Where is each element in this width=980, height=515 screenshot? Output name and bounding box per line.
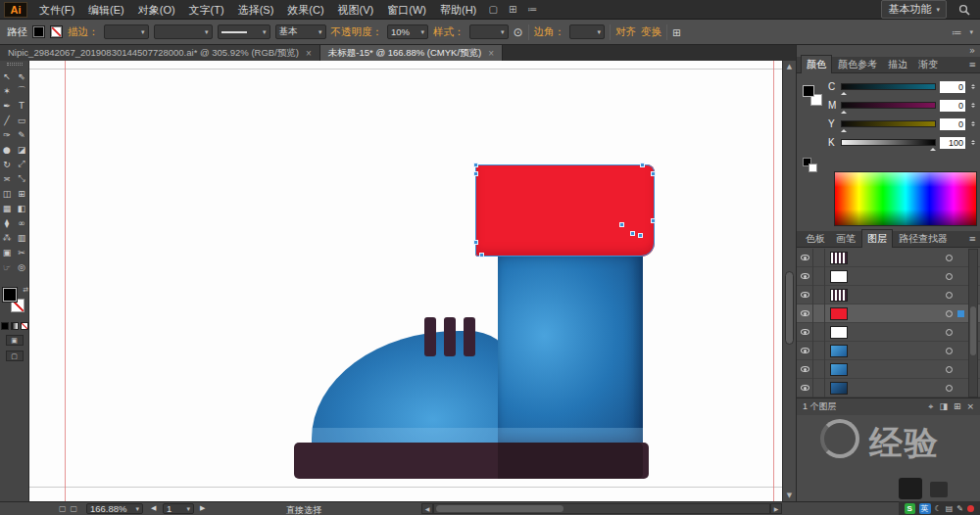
layer-thumbnail[interactable] [830, 270, 848, 283]
screen-mode-button[interactable]: ▢ [6, 351, 24, 361]
appearance-combo[interactable]: 基本▾ [275, 24, 326, 39]
channel-spinner[interactable] [969, 137, 976, 149]
artboard-tool[interactable]: ▣ [0, 245, 15, 259]
layer-target-circle[interactable] [946, 329, 953, 336]
menu-item[interactable]: 效果(C) [280, 0, 330, 20]
make-clipping-mask-icon[interactable]: ◨ [939, 401, 948, 412]
layer-row[interactable] [797, 379, 980, 398]
align-link[interactable]: 对齐 [615, 25, 636, 39]
eyedropper-tool[interactable]: ⧫ [0, 215, 15, 230]
anchor-point[interactable] [619, 222, 624, 227]
layout-icon[interactable]: ≔ [522, 0, 542, 20]
layer-thumbnail[interactable] [830, 363, 848, 376]
fill-color-swatch[interactable] [32, 25, 45, 38]
layer-thumbnail[interactable] [830, 326, 848, 339]
gradient-tool[interactable]: ◧ [15, 201, 29, 215]
previous-artboard-icon[interactable]: ◀ [151, 504, 156, 512]
none-button[interactable] [21, 322, 28, 330]
menu-item[interactable]: 文字(T) [182, 0, 231, 20]
layer-thumbnail[interactable] [830, 307, 848, 320]
panel-tab[interactable]: 描边 [883, 56, 912, 73]
visibility-toggle[interactable] [797, 323, 813, 342]
language-toggle[interactable]: 英 [919, 503, 931, 514]
channel-slider[interactable] [841, 102, 936, 109]
collapse-panels-icon[interactable]: » [969, 45, 975, 57]
layer-row[interactable] [797, 286, 980, 304]
recolor-artwork-icon[interactable]: ⊙ [514, 25, 523, 39]
collapsed-panel-icon[interactable] [930, 482, 948, 497]
corner-combo[interactable]: ▾ [569, 24, 605, 39]
channel-spinner[interactable] [969, 118, 976, 130]
lock-toggle[interactable] [813, 267, 825, 286]
stroke-weight-combo[interactable]: ▾ [104, 24, 149, 39]
layer-row[interactable] [797, 360, 980, 379]
free-transform-tool[interactable]: ⤡ [15, 171, 29, 186]
width-profile-combo[interactable]: ▾ [218, 24, 270, 39]
menu-item[interactable]: 帮助(H) [433, 0, 483, 20]
menu-item[interactable]: 文件(F) [32, 0, 81, 20]
visibility-toggle[interactable] [797, 249, 813, 267]
menu-item[interactable]: 选择(S) [231, 0, 281, 20]
scroll-left-icon[interactable]: ◀ [421, 503, 433, 514]
new-document-icon[interactable]: ▢ [483, 0, 503, 20]
layer-target-circle[interactable] [946, 348, 953, 354]
channel-value-field[interactable]: 0 [940, 118, 965, 130]
panel-tab[interactable]: 图层 [861, 229, 893, 248]
color-button[interactable] [1, 322, 9, 330]
layer-thumbnail[interactable] [830, 289, 848, 302]
opacity-link[interactable]: 不透明度： [331, 25, 383, 39]
stroke-link[interactable]: 描边： [68, 25, 99, 39]
fill-mini-swatch[interactable] [803, 85, 814, 97]
scale-tool[interactable]: ⤢ [15, 157, 29, 171]
panel-tab[interactable]: 色板 [801, 230, 830, 248]
lasso-tool[interactable]: ⌒ [15, 83, 29, 98]
lock-toggle[interactable] [813, 323, 825, 342]
anchor-point[interactable] [638, 233, 643, 238]
layer-row[interactable] [797, 304, 980, 323]
keyboard-icon[interactable]: ▤ [946, 504, 954, 513]
magic-wand-tool[interactable]: ✶ [0, 83, 15, 98]
brush-definition-combo[interactable]: ▾ [154, 24, 213, 39]
guide-left[interactable] [65, 61, 66, 501]
channel-slider[interactable] [841, 120, 936, 127]
panel-menu-icon[interactable]: ≡ [968, 234, 976, 244]
menu-item[interactable]: 视图(V) [331, 0, 381, 20]
eraser-tool[interactable]: ◪ [15, 142, 29, 157]
panel-tab[interactable]: 画笔 [831, 230, 860, 248]
vertical-scroll-thumb[interactable] [785, 271, 794, 345]
layer-row[interactable] [797, 342, 980, 360]
visibility-toggle[interactable] [797, 267, 813, 286]
gradient-button[interactable] [11, 322, 19, 330]
zoom-level-combo[interactable]: 166.88% ▾ [86, 503, 143, 514]
vertical-scrollbar[interactable]: ▲ ▼ [782, 61, 796, 501]
corner-link[interactable]: 边角： [534, 25, 565, 39]
lock-toggle[interactable] [813, 249, 825, 267]
channel-slider[interactable] [841, 139, 936, 146]
style-link[interactable]: 样式： [433, 25, 465, 39]
anchor-point[interactable] [651, 171, 656, 176]
guide-right[interactable] [773, 61, 774, 501]
pencil-tool[interactable]: ✎ [15, 127, 29, 142]
artboard-navigation-combo[interactable]: 1 ▾ [163, 503, 194, 514]
zoom-tool[interactable]: ◎ [15, 259, 29, 274]
lock-toggle[interactable] [813, 360, 825, 379]
drawing-mode-button[interactable]: ▣ [6, 335, 24, 346]
channel-value-field[interactable]: 0 [940, 100, 965, 112]
menu-item[interactable]: 窗口(W) [380, 0, 433, 20]
lock-toggle[interactable] [813, 286, 825, 304]
anchor-point[interactable] [473, 171, 478, 176]
anchor-point[interactable] [651, 218, 656, 223]
paintbrush-tool[interactable]: ✑ [0, 127, 15, 142]
document-tab[interactable]: Nipic_29842067_20190830144507728000.ai* … [0, 45, 320, 61]
column-graph-tool[interactable]: ▥ [15, 230, 29, 245]
close-icon[interactable]: × [488, 48, 494, 59]
layer-target-circle[interactable] [946, 385, 953, 392]
selection-tool[interactable]: ↖ [0, 69, 15, 83]
transform-link[interactable]: 变换 [641, 25, 662, 39]
menu-item[interactable]: 编辑(E) [81, 0, 131, 20]
visibility-toggle[interactable] [797, 379, 813, 398]
page-icon[interactable]: ▢ [59, 504, 67, 513]
slice-tool[interactable]: ✂ [15, 245, 29, 259]
white-swatch[interactable] [808, 164, 817, 172]
hand-tool[interactable]: ☞ [0, 259, 15, 274]
